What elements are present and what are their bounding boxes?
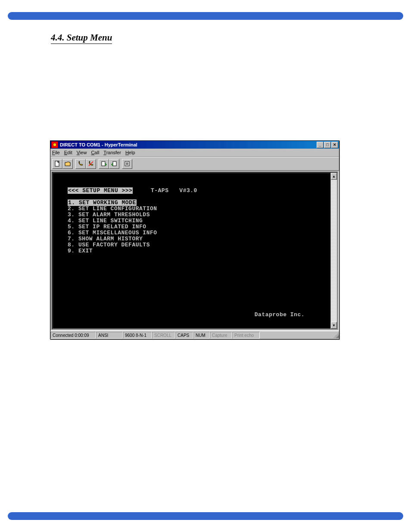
menu-item[interactable]: 8. USE FACTORY DEFAULTS <box>68 242 150 248</box>
status-scroll: SCROLL <box>152 332 175 339</box>
close-button[interactable]: ✕ <box>331 142 338 148</box>
terminal-header-right: T-APS V#3.0 <box>151 187 197 194</box>
window-controls: _ □ ✕ <box>317 142 338 148</box>
vertical-scrollbar[interactable]: ▲ ▼ <box>330 173 337 329</box>
scroll-track[interactable] <box>331 180 337 322</box>
scroll-down-button[interactable]: ▼ <box>331 322 337 329</box>
menu-item[interactable]: 4. SET LINE SWITCHING <box>68 218 143 224</box>
send-icon[interactable] <box>99 159 109 169</box>
menu-item[interactable]: 7. SHOW ALARM HISTORY <box>68 236 143 242</box>
menu-item[interactable]: 9. EXIT <box>68 248 93 254</box>
terminal-footer-text: Dataprobe Inc. <box>255 312 305 318</box>
menu-file[interactable]: File <box>52 150 60 155</box>
menu-item[interactable]: 6. SET MISCELLANEOUS INFO <box>68 230 157 236</box>
hyperterminal-window: DIRECT TO COM1 - HyperTerminal _ □ ✕ Fil… <box>50 140 339 339</box>
svg-rect-4 <box>102 162 105 166</box>
open-icon[interactable] <box>62 159 73 169</box>
setup-menu-header: <<< SETUP MENU >>> <box>68 187 133 194</box>
app-icon <box>51 141 58 148</box>
menu-help[interactable]: Help <box>125 150 135 155</box>
top-banner-bar <box>8 12 403 20</box>
terminal-screen[interactable]: <<< SETUP MENU >>> T-APS V#3.0 1. SET WO… <box>53 173 331 329</box>
new-doc-icon[interactable] <box>52 159 62 169</box>
properties-icon[interactable] <box>122 159 132 169</box>
window-title-text: DIRECT TO COM1 - HyperTerminal <box>60 142 317 147</box>
phone-disconnect-icon[interactable] <box>86 159 96 169</box>
status-num: NUM <box>193 332 210 339</box>
svg-point-0 <box>53 143 56 146</box>
menubar: File Edit View Call Transfer Help <box>50 149 339 157</box>
bottom-banner-bar <box>8 512 403 520</box>
status-printecho: Print echo <box>232 332 260 339</box>
status-caps: CAPS <box>175 332 193 339</box>
window-titlebar[interactable]: DIRECT TO COM1 - HyperTerminal _ □ ✕ <box>50 141 339 149</box>
menu-item[interactable]: 5. SET IP RELATED INFO <box>68 224 146 230</box>
status-connected: Connected 0:00:09 <box>50 332 96 339</box>
menu-view[interactable]: View <box>77 150 87 155</box>
status-line-settings: 9600 8-N-1 <box>123 332 152 339</box>
status-emulation: ANSI <box>96 332 123 339</box>
receive-icon[interactable] <box>109 159 119 169</box>
menu-item[interactable]: 2. SET LINE CONFIGURATION <box>68 205 157 212</box>
terminal-area[interactable]: <<< SETUP MENU >>> T-APS V#3.0 1. SET WO… <box>52 172 338 330</box>
minimize-button[interactable]: _ <box>317 142 324 148</box>
menu-item-selected[interactable]: 1. SET WORKING MODE <box>68 199 137 206</box>
menu-edit[interactable]: Edit <box>64 150 72 155</box>
status-capture: Capture <box>210 332 232 339</box>
window-resize-grip[interactable] <box>333 332 339 338</box>
maximize-button[interactable]: □ <box>324 142 331 148</box>
phone-connect-icon[interactable] <box>75 159 86 169</box>
menu-item[interactable]: 3. SET ALARM THRESHOLDS <box>68 212 150 218</box>
menu-transfer[interactable]: Transfer <box>103 150 121 155</box>
toolbar <box>50 157 339 171</box>
scroll-up-button[interactable]: ▲ <box>331 173 337 180</box>
section-heading: 4.4. Setup Menu <box>51 32 112 43</box>
menu-call[interactable]: Call <box>91 150 99 155</box>
svg-rect-5 <box>113 162 116 166</box>
section-title-text: 4.4. Setup Menu <box>51 32 112 44</box>
status-bar: Connected 0:00:09 ANSI 9600 8-N-1 SCROLL… <box>50 331 339 339</box>
